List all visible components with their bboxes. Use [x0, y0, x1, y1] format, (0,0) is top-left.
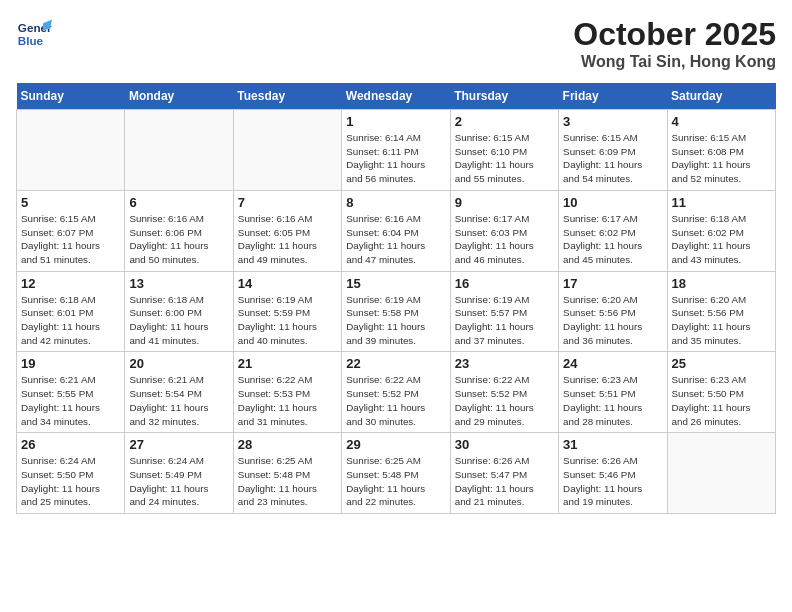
location-title: Wong Tai Sin, Hong Kong: [573, 53, 776, 71]
weekday-header-tuesday: Tuesday: [233, 83, 341, 110]
day-info: Sunrise: 6:17 AM Sunset: 6:03 PM Dayligh…: [455, 212, 554, 267]
calendar-cell: 12Sunrise: 6:18 AM Sunset: 6:01 PM Dayli…: [17, 271, 125, 352]
day-info: Sunrise: 6:26 AM Sunset: 5:46 PM Dayligh…: [563, 454, 662, 509]
calendar-cell: 30Sunrise: 6:26 AM Sunset: 5:47 PM Dayli…: [450, 433, 558, 514]
calendar-cell: 20Sunrise: 6:21 AM Sunset: 5:54 PM Dayli…: [125, 352, 233, 433]
calendar-cell: [667, 433, 775, 514]
calendar-cell: 19Sunrise: 6:21 AM Sunset: 5:55 PM Dayli…: [17, 352, 125, 433]
month-title: October 2025: [573, 16, 776, 53]
calendar-cell: 7Sunrise: 6:16 AM Sunset: 6:05 PM Daylig…: [233, 190, 341, 271]
day-info: Sunrise: 6:15 AM Sunset: 6:09 PM Dayligh…: [563, 131, 662, 186]
day-number: 14: [238, 276, 337, 291]
day-number: 18: [672, 276, 771, 291]
weekday-header-wednesday: Wednesday: [342, 83, 450, 110]
day-info: Sunrise: 6:17 AM Sunset: 6:02 PM Dayligh…: [563, 212, 662, 267]
day-info: Sunrise: 6:24 AM Sunset: 5:50 PM Dayligh…: [21, 454, 120, 509]
day-number: 20: [129, 356, 228, 371]
calendar-cell: 3Sunrise: 6:15 AM Sunset: 6:09 PM Daylig…: [559, 110, 667, 191]
day-number: 24: [563, 356, 662, 371]
calendar-cell: 8Sunrise: 6:16 AM Sunset: 6:04 PM Daylig…: [342, 190, 450, 271]
day-number: 22: [346, 356, 445, 371]
week-row-3: 12Sunrise: 6:18 AM Sunset: 6:01 PM Dayli…: [17, 271, 776, 352]
calendar-cell: 10Sunrise: 6:17 AM Sunset: 6:02 PM Dayli…: [559, 190, 667, 271]
day-number: 25: [672, 356, 771, 371]
day-number: 19: [21, 356, 120, 371]
calendar-header: SundayMondayTuesdayWednesdayThursdayFrid…: [17, 83, 776, 110]
title-area: October 2025 Wong Tai Sin, Hong Kong: [573, 16, 776, 71]
day-number: 10: [563, 195, 662, 210]
day-number: 5: [21, 195, 120, 210]
day-info: Sunrise: 6:21 AM Sunset: 5:55 PM Dayligh…: [21, 373, 120, 428]
day-info: Sunrise: 6:25 AM Sunset: 5:48 PM Dayligh…: [346, 454, 445, 509]
day-number: 8: [346, 195, 445, 210]
day-info: Sunrise: 6:18 AM Sunset: 6:02 PM Dayligh…: [672, 212, 771, 267]
calendar-cell: 22Sunrise: 6:22 AM Sunset: 5:52 PM Dayli…: [342, 352, 450, 433]
calendar-cell: 21Sunrise: 6:22 AM Sunset: 5:53 PM Dayli…: [233, 352, 341, 433]
weekday-header-sunday: Sunday: [17, 83, 125, 110]
day-info: Sunrise: 6:19 AM Sunset: 5:57 PM Dayligh…: [455, 293, 554, 348]
day-number: 15: [346, 276, 445, 291]
svg-text:Blue: Blue: [18, 34, 44, 47]
week-row-2: 5Sunrise: 6:15 AM Sunset: 6:07 PM Daylig…: [17, 190, 776, 271]
calendar-cell: 18Sunrise: 6:20 AM Sunset: 5:56 PM Dayli…: [667, 271, 775, 352]
day-info: Sunrise: 6:22 AM Sunset: 5:52 PM Dayligh…: [346, 373, 445, 428]
calendar-cell: 31Sunrise: 6:26 AM Sunset: 5:46 PM Dayli…: [559, 433, 667, 514]
day-number: 26: [21, 437, 120, 452]
day-number: 30: [455, 437, 554, 452]
calendar-cell: 27Sunrise: 6:24 AM Sunset: 5:49 PM Dayli…: [125, 433, 233, 514]
calendar-cell: 28Sunrise: 6:25 AM Sunset: 5:48 PM Dayli…: [233, 433, 341, 514]
weekday-header-thursday: Thursday: [450, 83, 558, 110]
day-info: Sunrise: 6:19 AM Sunset: 5:58 PM Dayligh…: [346, 293, 445, 348]
day-number: 1: [346, 114, 445, 129]
day-number: 17: [563, 276, 662, 291]
calendar-cell: [17, 110, 125, 191]
day-info: Sunrise: 6:15 AM Sunset: 6:10 PM Dayligh…: [455, 131, 554, 186]
calendar-cell: 17Sunrise: 6:20 AM Sunset: 5:56 PM Dayli…: [559, 271, 667, 352]
calendar-table: SundayMondayTuesdayWednesdayThursdayFrid…: [16, 83, 776, 514]
weekday-header-friday: Friday: [559, 83, 667, 110]
logo-icon: General Blue: [16, 16, 52, 52]
day-info: Sunrise: 6:24 AM Sunset: 5:49 PM Dayligh…: [129, 454, 228, 509]
calendar-cell: [125, 110, 233, 191]
day-number: 6: [129, 195, 228, 210]
calendar-cell: 5Sunrise: 6:15 AM Sunset: 6:07 PM Daylig…: [17, 190, 125, 271]
day-number: 2: [455, 114, 554, 129]
week-row-1: 1Sunrise: 6:14 AM Sunset: 6:11 PM Daylig…: [17, 110, 776, 191]
day-number: 29: [346, 437, 445, 452]
calendar-cell: 4Sunrise: 6:15 AM Sunset: 6:08 PM Daylig…: [667, 110, 775, 191]
day-number: 11: [672, 195, 771, 210]
day-info: Sunrise: 6:25 AM Sunset: 5:48 PM Dayligh…: [238, 454, 337, 509]
calendar-cell: 26Sunrise: 6:24 AM Sunset: 5:50 PM Dayli…: [17, 433, 125, 514]
page-header: General Blue October 2025 Wong Tai Sin, …: [16, 16, 776, 71]
day-number: 16: [455, 276, 554, 291]
calendar-cell: 13Sunrise: 6:18 AM Sunset: 6:00 PM Dayli…: [125, 271, 233, 352]
calendar-cell: 29Sunrise: 6:25 AM Sunset: 5:48 PM Dayli…: [342, 433, 450, 514]
calendar-cell: 2Sunrise: 6:15 AM Sunset: 6:10 PM Daylig…: [450, 110, 558, 191]
day-info: Sunrise: 6:26 AM Sunset: 5:47 PM Dayligh…: [455, 454, 554, 509]
day-info: Sunrise: 6:20 AM Sunset: 5:56 PM Dayligh…: [563, 293, 662, 348]
day-info: Sunrise: 6:23 AM Sunset: 5:51 PM Dayligh…: [563, 373, 662, 428]
calendar-cell: 11Sunrise: 6:18 AM Sunset: 6:02 PM Dayli…: [667, 190, 775, 271]
day-info: Sunrise: 6:20 AM Sunset: 5:56 PM Dayligh…: [672, 293, 771, 348]
day-info: Sunrise: 6:15 AM Sunset: 6:07 PM Dayligh…: [21, 212, 120, 267]
calendar-cell: 23Sunrise: 6:22 AM Sunset: 5:52 PM Dayli…: [450, 352, 558, 433]
calendar-cell: 6Sunrise: 6:16 AM Sunset: 6:06 PM Daylig…: [125, 190, 233, 271]
day-info: Sunrise: 6:22 AM Sunset: 5:53 PM Dayligh…: [238, 373, 337, 428]
weekday-header-saturday: Saturday: [667, 83, 775, 110]
day-info: Sunrise: 6:19 AM Sunset: 5:59 PM Dayligh…: [238, 293, 337, 348]
day-number: 12: [21, 276, 120, 291]
calendar-cell: [233, 110, 341, 191]
day-number: 7: [238, 195, 337, 210]
day-info: Sunrise: 6:16 AM Sunset: 6:05 PM Dayligh…: [238, 212, 337, 267]
day-number: 4: [672, 114, 771, 129]
calendar-cell: 24Sunrise: 6:23 AM Sunset: 5:51 PM Dayli…: [559, 352, 667, 433]
week-row-5: 26Sunrise: 6:24 AM Sunset: 5:50 PM Dayli…: [17, 433, 776, 514]
day-info: Sunrise: 6:18 AM Sunset: 6:01 PM Dayligh…: [21, 293, 120, 348]
day-info: Sunrise: 6:23 AM Sunset: 5:50 PM Dayligh…: [672, 373, 771, 428]
day-number: 3: [563, 114, 662, 129]
day-number: 23: [455, 356, 554, 371]
day-number: 9: [455, 195, 554, 210]
day-info: Sunrise: 6:16 AM Sunset: 6:06 PM Dayligh…: [129, 212, 228, 267]
day-info: Sunrise: 6:22 AM Sunset: 5:52 PM Dayligh…: [455, 373, 554, 428]
calendar-cell: 15Sunrise: 6:19 AM Sunset: 5:58 PM Dayli…: [342, 271, 450, 352]
